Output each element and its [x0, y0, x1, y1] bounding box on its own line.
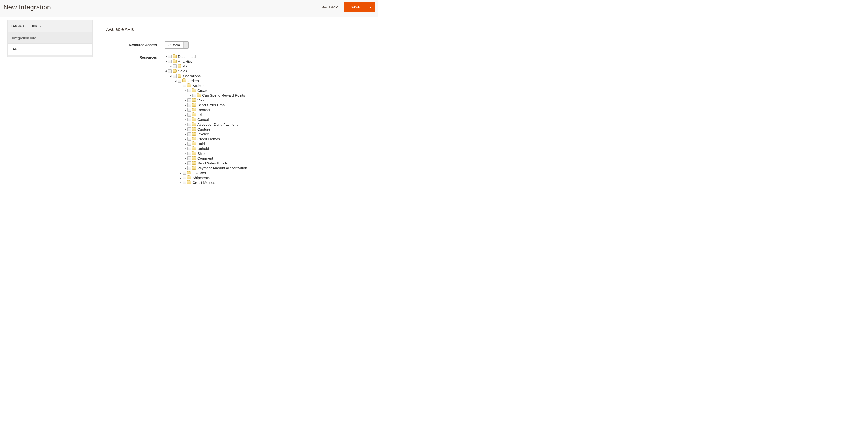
tree-label[interactable]: Send Order Email	[197, 103, 226, 107]
tree-toggle-icon[interactable]: ◢	[169, 65, 172, 67]
sidebar-item-integration-info[interactable]: Integration Info	[7, 32, 92, 43]
tree-toggle-icon[interactable]: ◢	[184, 104, 186, 106]
tree-toggle-icon[interactable]: ◢	[179, 84, 182, 87]
tree-checkbox[interactable]	[187, 166, 191, 170]
tree-toggle-icon[interactable]: ◢	[184, 137, 186, 140]
tree-checkbox[interactable]	[178, 79, 181, 83]
tree-label[interactable]: Analytics	[178, 59, 192, 63]
tree-toggle-icon[interactable]: ◢	[184, 157, 186, 159]
tree-checkbox[interactable]	[168, 55, 172, 58]
tree-label[interactable]: Operations	[182, 74, 200, 78]
tree-node: ◢Actions	[179, 83, 371, 88]
tree-toggle-icon[interactable]: ◢	[165, 60, 167, 62]
tree-toggle-icon[interactable]: ◢	[184, 99, 186, 101]
sidebar-item-api[interactable]: API	[7, 43, 92, 55]
tree-label[interactable]: Cancel	[197, 118, 209, 122]
tree-checkbox[interactable]	[187, 142, 191, 146]
tree-label[interactable]: Comment	[197, 156, 213, 160]
tree-checkbox[interactable]	[187, 161, 191, 165]
tree-node: ◢Send Order Email	[184, 102, 371, 107]
tree-toggle-icon[interactable]: ◢	[169, 74, 172, 77]
tree-label[interactable]: Credit Memos	[197, 137, 220, 141]
tree-label[interactable]: Ship	[197, 151, 205, 156]
tree-label[interactable]: Capture	[197, 127, 210, 131]
tree-label[interactable]: Invoice	[197, 132, 209, 136]
tree-label[interactable]: Dashboard	[178, 55, 196, 59]
tree-checkbox[interactable]	[183, 181, 186, 184]
tree-toggle-icon[interactable]: ◢	[184, 108, 186, 111]
tree-checkbox[interactable]	[187, 147, 191, 150]
save-button[interactable]: Save	[344, 2, 366, 12]
tree-toggle-icon[interactable]: ◢	[184, 152, 186, 155]
tree-toggle-icon[interactable]: ◢	[184, 162, 186, 164]
tree-label[interactable]: API	[182, 64, 189, 68]
tree-label[interactable]: Orders	[187, 79, 199, 83]
tree-checkbox[interactable]	[168, 69, 172, 73]
tree-label[interactable]: Payment Amount Authorization	[197, 166, 247, 170]
tree-checkbox[interactable]	[187, 127, 191, 131]
back-button[interactable]: Back	[322, 5, 338, 9]
tree-toggle-icon[interactable]: ◢	[184, 147, 186, 150]
tree-label[interactable]: Actions	[192, 84, 205, 88]
tree-checkbox[interactable]	[173, 64, 177, 68]
tree-label[interactable]: Invoices	[192, 171, 206, 175]
tree-toggle-icon[interactable]: ◢	[179, 176, 182, 179]
tree-checkbox[interactable]	[187, 137, 191, 141]
tree-label[interactable]: Credit Memos	[192, 181, 215, 185]
tree-toggle-icon[interactable]: ◢	[189, 94, 191, 96]
resource-access-label: Resource Access	[106, 41, 165, 47]
tree-checkbox[interactable]	[183, 176, 186, 180]
back-label: Back	[329, 5, 338, 9]
tree-checkbox[interactable]	[187, 156, 191, 160]
tree-label[interactable]: Unhold	[197, 147, 209, 151]
tree-label[interactable]: Shipments	[192, 176, 210, 180]
tree-toggle-icon[interactable]: ◢	[184, 128, 186, 130]
tree-node: ◢Orders	[175, 78, 371, 83]
tree-label[interactable]: Reorder	[197, 108, 211, 112]
resource-access-select[interactable]: Custom	[165, 41, 189, 49]
tree-node: ◢Can Spend Reward Points	[189, 93, 371, 98]
tree-checkbox[interactable]	[173, 74, 177, 78]
tree-node: ◢Analytics	[165, 59, 371, 64]
tree-toggle-icon[interactable]: ◢	[184, 118, 186, 121]
save-dropdown-toggle[interactable]	[366, 2, 375, 12]
tree-toggle-icon[interactable]: ◢	[179, 171, 182, 174]
tree-checkbox[interactable]	[192, 94, 196, 97]
tree-toggle-icon[interactable]: ◢	[184, 113, 186, 116]
tree-checkbox[interactable]	[187, 123, 191, 126]
tree-toggle-icon[interactable]: ◢	[184, 143, 186, 145]
tree-toggle-icon[interactable]: ◢	[184, 167, 186, 169]
tree-label[interactable]: Edit	[197, 113, 204, 117]
tree-label[interactable]: Sales	[178, 69, 187, 73]
tree-checkbox[interactable]	[183, 84, 186, 88]
tree-toggle-icon[interactable]: ◢	[184, 123, 186, 125]
tree-checkbox[interactable]	[187, 132, 191, 136]
tree-checkbox[interactable]	[183, 171, 186, 175]
tree-toggle-icon[interactable]: ◢	[175, 80, 177, 82]
tree-checkbox[interactable]	[168, 60, 172, 63]
folder-icon	[192, 103, 196, 106]
tree-toggle-icon[interactable]: ◢	[184, 89, 186, 92]
tree-label[interactable]: Send Sales Emails	[197, 161, 228, 165]
tree-toggle-icon[interactable]: ◢	[165, 70, 167, 72]
tree-checkbox[interactable]	[187, 103, 191, 107]
tree-node: ◢Hold	[184, 141, 371, 146]
tree-node: ◢Dashboard	[165, 54, 371, 59]
tree-label[interactable]: Can Spend Reward Points	[202, 93, 245, 97]
tree-toggle-icon[interactable]: ◢	[184, 133, 186, 135]
sidebar-footer-pad	[7, 55, 92, 57]
tree-checkbox[interactable]	[187, 118, 191, 121]
tree-checkbox[interactable]	[187, 98, 191, 102]
tree-label[interactable]: Accept or Deny Payment	[197, 122, 238, 126]
tree-checkbox[interactable]	[187, 152, 191, 155]
tree-checkbox[interactable]	[187, 89, 191, 92]
folder-icon	[173, 69, 177, 73]
tree-label[interactable]: Create	[197, 88, 208, 93]
tree-label[interactable]: View	[197, 98, 205, 102]
tree-node: ◢Reorder	[184, 107, 371, 112]
tree-label[interactable]: Hold	[197, 142, 205, 146]
tree-checkbox[interactable]	[187, 108, 191, 112]
tree-toggle-icon[interactable]: ◢	[179, 181, 182, 184]
tree-toggle-icon[interactable]: ◢	[165, 55, 167, 58]
tree-checkbox[interactable]	[187, 113, 191, 117]
